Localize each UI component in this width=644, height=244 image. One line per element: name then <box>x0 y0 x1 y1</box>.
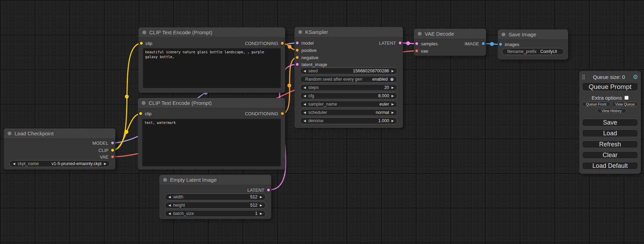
model-slot-dot[interactable] <box>111 141 114 145</box>
decrement-arrow-icon[interactable] <box>168 204 171 207</box>
collapse-dot-icon[interactable] <box>418 32 422 36</box>
input-slot-clip[interactable]: clip <box>140 40 152 47</box>
view-history-button[interactable]: View History <box>597 108 626 113</box>
width-widget[interactable]: width 512 <box>165 193 266 200</box>
conditioning-slot-dot[interactable] <box>295 48 299 52</box>
node-empty-latent-image[interactable]: Empty Latent Image LATENT width 512 heig… <box>159 175 271 219</box>
denoise-widget[interactable]: denoise 1.000 <box>300 117 397 124</box>
collapse-dot-icon[interactable] <box>142 30 146 34</box>
positive-prompt-textarea[interactable]: beautiful scenery nature glass bottle la… <box>143 48 281 88</box>
collapse-dot-icon[interactable] <box>163 178 167 182</box>
image-slot-dot[interactable] <box>499 43 502 46</box>
decrement-arrow-icon[interactable] <box>303 86 306 89</box>
input-slot-negative[interactable]: negative <box>295 54 318 61</box>
node-clip-text-encode-positive[interactable]: CLIP Text Encode (Prompt) clip CONDITION… <box>139 27 285 93</box>
increment-arrow-icon[interactable] <box>104 162 106 165</box>
graph-canvas[interactable]: Load Checkpoint MODEL CLIP VAE ckpt_name… <box>0 0 644 244</box>
refresh-button[interactable]: Refresh <box>582 141 638 148</box>
decrement-arrow-icon[interactable] <box>303 70 306 73</box>
input-slot-samples[interactable]: samples <box>415 40 438 47</box>
increment-arrow-icon[interactable] <box>391 103 394 106</box>
input-slot-model[interactable]: model <box>295 39 314 46</box>
output-slot-clip[interactable]: CLIP <box>98 147 114 154</box>
input-slot-latent-image[interactable]: latent_image <box>295 61 327 68</box>
sampler-name-widget[interactable]: sampler_name euler <box>300 101 397 108</box>
latent-slot-dot[interactable] <box>415 42 418 45</box>
latent-slot-dot[interactable] <box>398 41 402 45</box>
decrement-arrow-icon[interactable] <box>303 103 306 106</box>
input-slot-clip[interactable]: clip <box>139 110 152 117</box>
extra-options-checkbox[interactable] <box>625 96 628 100</box>
batch-size-widget[interactable]: batch_size 1 <box>165 210 266 217</box>
increment-arrow-icon[interactable] <box>260 212 262 215</box>
collapse-dot-icon[interactable] <box>8 132 11 135</box>
node-ksampler[interactable]: KSampler model LATENT positive negative … <box>294 27 403 128</box>
output-slot-image[interactable]: IMAGE <box>465 40 485 47</box>
decrement-arrow-icon[interactable] <box>303 119 306 123</box>
node-title-bar[interactable]: Load Checkpoint <box>4 128 115 139</box>
clip-slot-dot[interactable] <box>140 42 143 45</box>
increment-arrow-icon[interactable] <box>260 204 262 207</box>
drag-handle-icon[interactable] <box>582 74 585 80</box>
collapse-dot-icon[interactable] <box>502 33 505 36</box>
vae-slot-dot[interactable] <box>415 49 418 53</box>
output-slot-conditioning[interactable]: CONDITIONING <box>245 110 284 117</box>
input-slot-images[interactable]: images <box>499 41 519 48</box>
output-slot-model[interactable]: MODEL <box>92 139 114 146</box>
seed-widget[interactable]: seed 156680208700286 <box>300 67 397 74</box>
load-default-button[interactable]: Load Default <box>582 162 638 170</box>
steps-widget[interactable]: steps 20 <box>300 84 397 91</box>
clip-slot-dot[interactable] <box>111 148 114 152</box>
model-slot-dot[interactable] <box>295 41 299 45</box>
node-vae-decode[interactable]: VAE Decode samples IMAGE vae <box>414 29 486 56</box>
decrement-arrow-icon[interactable] <box>168 196 171 199</box>
output-slot-latent[interactable]: LATENT <box>379 39 402 46</box>
output-slot-vae[interactable]: VAE <box>100 153 114 160</box>
queue-prompt-button[interactable]: Queue Prompt <box>582 82 638 91</box>
conditioning-slot-dot[interactable] <box>295 56 299 59</box>
save-button[interactable]: Save <box>582 119 638 126</box>
filename-prefix-widget[interactable]: filename_prefix ComfyUI <box>502 48 564 55</box>
decrement-arrow-icon[interactable] <box>13 162 15 165</box>
negative-prompt-textarea[interactable]: text, watermark <box>142 119 281 166</box>
latent-slot-dot[interactable] <box>295 63 299 66</box>
increment-arrow-icon[interactable] <box>391 119 394 123</box>
load-button[interactable]: Load <box>582 129 638 137</box>
output-slot-latent[interactable]: LATENT <box>247 187 270 193</box>
node-title-bar[interactable]: CLIP Text Encode (Prompt) <box>138 98 285 108</box>
decrement-arrow-icon[interactable] <box>168 212 171 215</box>
latent-slot-dot[interactable] <box>267 188 270 192</box>
toggle-circle-icon[interactable] <box>390 78 394 81</box>
collapse-dot-icon[interactable] <box>142 101 145 105</box>
node-title-bar[interactable]: KSampler <box>294 27 403 37</box>
gear-icon[interactable] <box>633 74 638 80</box>
increment-arrow-icon[interactable] <box>391 111 394 114</box>
conditioning-slot-dot[interactable] <box>281 42 284 45</box>
input-slot-vae[interactable]: vae <box>415 47 428 54</box>
ckpt-name-widget[interactable]: ckpt_name v1-5-pruned-emaonly.ckpt <box>9 160 110 167</box>
node-clip-text-encode-negative[interactable]: CLIP Text Encode (Prompt) clip CONDITION… <box>138 98 285 170</box>
collapse-dot-icon[interactable] <box>298 30 302 34</box>
clear-button[interactable]: Clear <box>582 151 638 159</box>
node-title-bar[interactable]: CLIP Text Encode (Prompt) <box>139 27 285 38</box>
node-title-bar[interactable]: Empty Latent Image <box>159 175 271 185</box>
node-load-checkpoint[interactable]: Load Checkpoint MODEL CLIP VAE ckpt_name… <box>4 128 115 170</box>
view-queue-button[interactable]: View Queue <box>612 102 638 107</box>
node-save-image[interactable]: Save Image images filename_prefix ComfyU… <box>498 29 568 60</box>
random-seed-toggle-widget[interactable]: Random seed after every gen enabled <box>300 76 397 83</box>
input-slot-positive[interactable]: positive <box>295 47 317 54</box>
cfg-widget[interactable]: cfg 8.000 <box>300 92 397 99</box>
node-title-bar[interactable]: Save Image <box>498 29 568 40</box>
scheduler-widget[interactable]: scheduler normal <box>300 109 397 116</box>
queue-front-button[interactable]: Queue Front <box>582 102 610 107</box>
increment-arrow-icon[interactable] <box>391 70 394 73</box>
increment-arrow-icon[interactable] <box>391 86 394 89</box>
decrement-arrow-icon[interactable] <box>303 94 306 98</box>
conditioning-slot-dot[interactable] <box>281 112 284 115</box>
increment-arrow-icon[interactable] <box>260 196 262 199</box>
clip-slot-dot[interactable] <box>139 112 142 115</box>
decrement-arrow-icon[interactable] <box>303 111 306 114</box>
output-slot-conditioning[interactable]: CONDITIONING <box>245 40 284 47</box>
increment-arrow-icon[interactable] <box>391 94 394 98</box>
vae-slot-dot[interactable] <box>111 155 114 159</box>
